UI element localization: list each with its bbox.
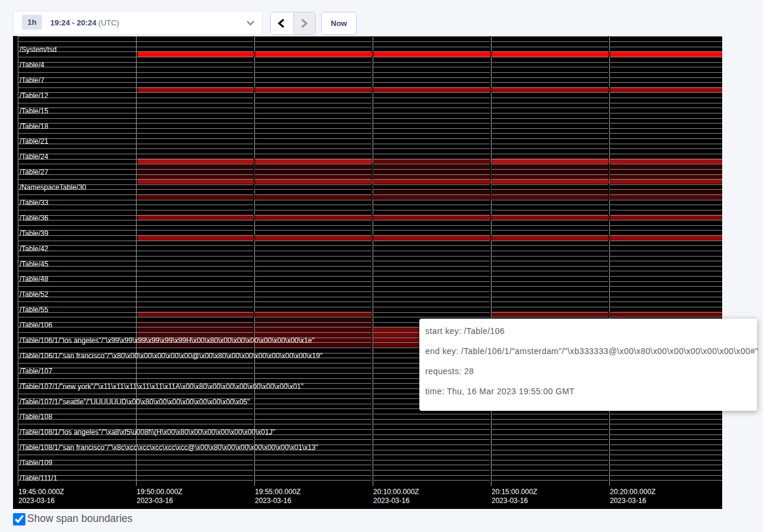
svg-text:/Table/27: /Table/27 xyxy=(20,168,49,176)
svg-text:/Table/108: /Table/108 xyxy=(20,413,53,421)
svg-text:2023-03-16: 2023-03-16 xyxy=(610,497,646,505)
svg-text:/Table/4: /Table/4 xyxy=(20,61,44,69)
svg-text:/Table/33: /Table/33 xyxy=(20,199,49,207)
svg-text:20:15:00.000Z: 20:15:00.000Z xyxy=(492,488,537,496)
svg-text:/Table/106/1/"los angeles"/"\x: /Table/106/1/"los angeles"/"\x99\x99\x99… xyxy=(20,336,315,345)
svg-text:2023-03-16: 2023-03-16 xyxy=(137,497,173,505)
svg-text:19:50:00.000Z: 19:50:00.000Z xyxy=(137,488,182,496)
svg-text:/Table/39: /Table/39 xyxy=(20,229,49,238)
svg-text:/System/tsd: /System/tsd xyxy=(20,46,57,54)
svg-text:19:55:00.000Z: 19:55:00.000Z xyxy=(255,488,300,496)
svg-text:/Table/108/1/"san francisco"/": /Table/108/1/"san francisco"/"\x8c\xcc\x… xyxy=(20,443,318,452)
svg-text:/NamespaceTable/30: /NamespaceTable/30 xyxy=(20,183,86,192)
svg-text:/Table/24: /Table/24 xyxy=(20,153,49,161)
svg-text:/Table/107/1/"seattle"/"UUUUUU: /Table/107/1/"seattle"/"UUUUUUD\x00\x80\… xyxy=(20,398,250,406)
svg-text:/Table/15: /Table/15 xyxy=(20,107,49,115)
svg-text:/Table/18: /Table/18 xyxy=(20,122,49,131)
svg-text:/Table/21: /Table/21 xyxy=(20,137,49,145)
svg-text:/Table/106/1/"san francisco"/": /Table/106/1/"san francisco"/"\x80\x00\x… xyxy=(20,352,322,360)
svg-text:/Table/107: /Table/107 xyxy=(20,367,53,375)
svg-text:2023-03-16: 2023-03-16 xyxy=(255,497,292,505)
svg-text:/Table/52: /Table/52 xyxy=(20,290,49,299)
svg-text:/Table/48: /Table/48 xyxy=(20,275,49,283)
svg-text:/Table/108/1/"los angeles"/"\x: /Table/108/1/"los angeles"/"\xa8\xf5\u00… xyxy=(20,428,275,436)
svg-text:/Table/109: /Table/109 xyxy=(20,459,53,467)
svg-text:/Table/7: /Table/7 xyxy=(20,76,44,85)
svg-text:2023-03-16: 2023-03-16 xyxy=(373,497,410,505)
svg-text:19:45:00.000Z: 19:45:00.000Z xyxy=(18,488,64,496)
svg-text:/Table/12: /Table/12 xyxy=(20,92,49,100)
svg-text:20:10:00.000Z: 20:10:00.000Z xyxy=(373,488,419,496)
svg-text:20:20:00.000Z: 20:20:00.000Z xyxy=(610,488,655,496)
svg-text:/Table/55: /Table/55 xyxy=(20,306,49,314)
svg-text:/Table/107/1/"new york"/"\x11\: /Table/107/1/"new york"/"\x11\x11\x11\x1… xyxy=(20,382,303,391)
svg-text:/Table/111/1: /Table/111/1 xyxy=(20,474,57,482)
svg-text:2023-03-16: 2023-03-16 xyxy=(492,497,528,505)
svg-text:/Table/106: /Table/106 xyxy=(20,321,53,329)
svg-text:/Table/42: /Table/42 xyxy=(20,245,49,253)
svg-text:/Table/36: /Table/36 xyxy=(20,214,49,222)
svg-text:/Table/45: /Table/45 xyxy=(20,260,49,268)
svg-text:2023-03-16: 2023-03-16 xyxy=(18,497,55,505)
